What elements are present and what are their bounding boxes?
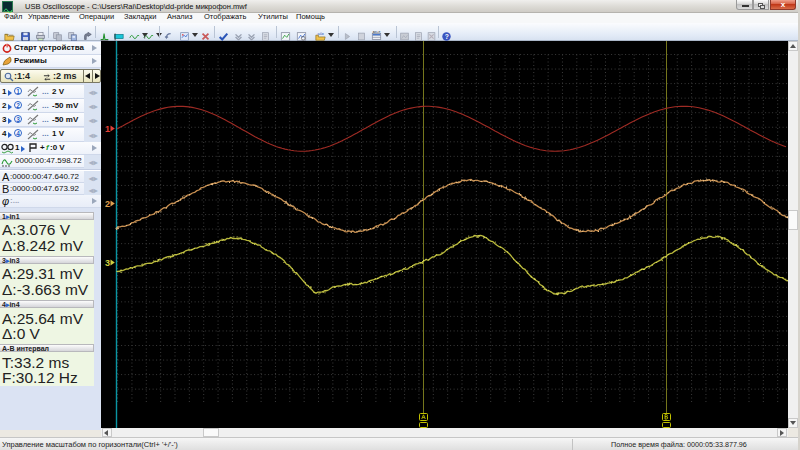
svg-text:2: 2 — [105, 199, 110, 209]
svg-text:абв: абв — [318, 32, 324, 36]
svg-text:3: 3 — [105, 258, 110, 268]
svg-text:1: 1 — [105, 124, 110, 134]
svg-text:AB+E: AB+E — [373, 31, 381, 34]
svg-text:?: ? — [445, 33, 449, 40]
